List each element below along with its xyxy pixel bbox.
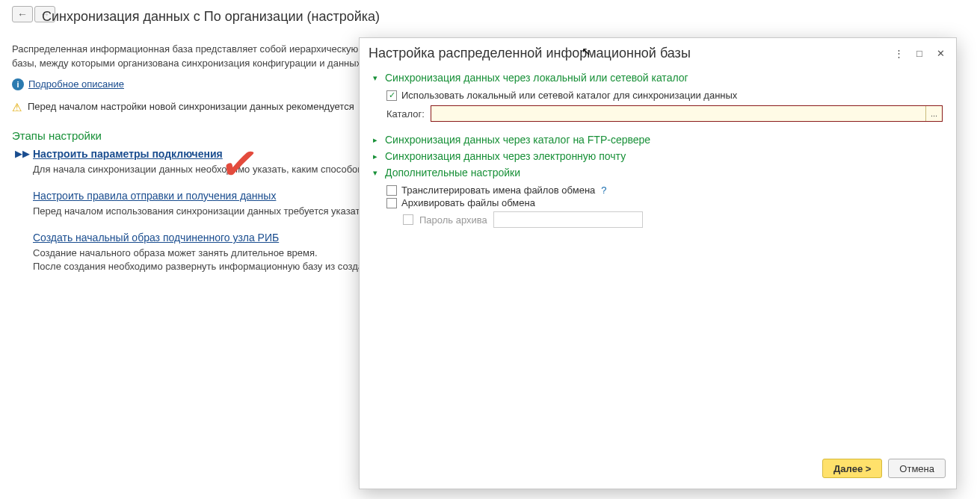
archive-password-input: [493, 211, 643, 228]
group-email: ▸ Синхронизация данных через электронную…: [373, 150, 943, 162]
step-1-link[interactable]: Настроить параметры подключения: [33, 148, 223, 160]
dialog-footer: Далее > Отмена: [360, 451, 956, 489]
warning-text: Перед началом настройки новой синхрониза…: [28, 101, 354, 112]
info-icon: i: [12, 78, 24, 90]
catalog-field-row: Каталог: ...: [386, 105, 943, 122]
catalog-label: Каталог:: [386, 108, 425, 120]
dialog-title: Настройка распределенной информационной …: [369, 46, 890, 61]
catalog-input[interactable]: [431, 106, 925, 121]
warning-icon: ⚠: [12, 101, 22, 114]
catalog-input-wrap: ...: [431, 105, 943, 122]
page-title: Синхронизация данных с По организации (н…: [42, 9, 380, 25]
group-extra-header[interactable]: ▾ Дополнительные настройки: [373, 167, 943, 179]
translit-checkbox[interactable]: [386, 185, 397, 196]
use-catalog-checkbox[interactable]: ✓: [386, 90, 397, 101]
play-icon: ▶▶: [15, 148, 30, 159]
group-ftp: ▸ Синхронизация данных через каталог на …: [373, 134, 943, 146]
archive-password-label: Пароль архива: [419, 214, 487, 226]
window-buttons: ⋮ □ ✕: [890, 46, 949, 61]
use-catalog-row: ✓ Использовать локальный или сетевой кат…: [386, 90, 943, 101]
group-email-header[interactable]: ▸ Синхронизация данных через электронную…: [373, 150, 943, 162]
chevron-right-icon: ▸: [373, 152, 382, 161]
chevron-right-icon: ▸: [373, 135, 382, 145]
maximize-icon[interactable]: □: [911, 46, 928, 61]
step-3-link[interactable]: Создать начальный образ подчиненного узл…: [33, 232, 279, 244]
nav-back-button[interactable]: ←: [12, 6, 33, 22]
archive-row: Архивировать файлы обмена: [386, 197, 943, 208]
close-icon[interactable]: ✕: [932, 46, 949, 61]
archive-password-row: Пароль архива: [403, 211, 943, 228]
group-local-catalog-header[interactable]: ▾ Синхронизация данных через локальный и…: [373, 72, 943, 84]
use-catalog-label: Использовать локальный или сетевой катал…: [401, 90, 737, 101]
chevron-down-icon: ▾: [373, 73, 382, 83]
translit-row: Транслитерировать имена файлов обмена ?: [386, 185, 943, 196]
dialog-header: Настройка распределенной информационной …: [360, 38, 956, 67]
group-local-catalog-title: Синхронизация данных через локальный или…: [385, 72, 688, 84]
dialog-body: ▾ Синхронизация данных через локальный и…: [360, 67, 956, 451]
kebab-icon[interactable]: ⋮: [890, 46, 907, 61]
archive-label: Архивировать файлы обмена: [401, 197, 535, 208]
translit-label: Транслитерировать имена файлов обмена: [401, 185, 595, 196]
next-button[interactable]: Далее >: [822, 459, 882, 478]
group-local-catalog: ▾ Синхронизация данных через локальный и…: [373, 72, 943, 129]
help-icon[interactable]: ?: [601, 185, 606, 196]
group-extra: ▾ Дополнительные настройки Транслитериро…: [373, 167, 943, 229]
detail-link[interactable]: Подробное описание: [28, 78, 124, 90]
group-email-title: Синхронизация данных через электронную п…: [385, 150, 626, 162]
settings-dialog: Настройка распределенной информационной …: [359, 37, 957, 489]
cancel-button[interactable]: Отмена: [888, 459, 946, 478]
chevron-down-icon: ▾: [373, 168, 382, 178]
group-ftp-header[interactable]: ▸ Синхронизация данных через каталог на …: [373, 134, 943, 146]
group-ftp-title: Синхронизация данных через каталог на FT…: [385, 134, 650, 146]
archive-password-checkbox: [403, 214, 413, 225]
archive-checkbox[interactable]: [386, 198, 397, 208]
red-checkmark-annotation: ✓: [217, 134, 263, 194]
catalog-browse-button[interactable]: ...: [925, 106, 942, 121]
group-extra-title: Дополнительные настройки: [385, 167, 520, 179]
